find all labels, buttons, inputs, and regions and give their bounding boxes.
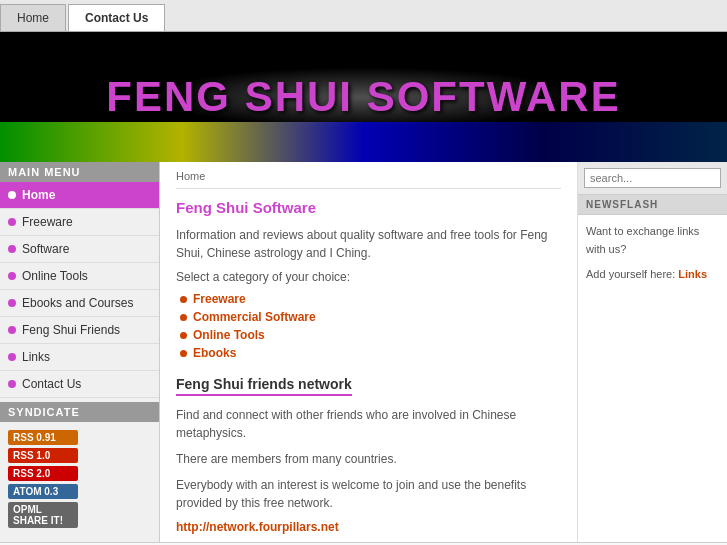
- sidebar-bullet: [8, 326, 16, 334]
- nav-tab-contact[interactable]: Contact Us: [68, 4, 165, 31]
- sidebar-item-freeware[interactable]: Freeware: [0, 209, 159, 236]
- sidebar-item-software[interactable]: Software: [0, 236, 159, 263]
- cat-link-commercial[interactable]: Commercial Software: [193, 310, 316, 324]
- list-item: Freeware: [180, 290, 561, 308]
- right-sidebar: NEWSFLASH Want to exchange links with us…: [577, 162, 727, 542]
- badge-opml[interactable]: OPML SHARE IT!: [8, 502, 78, 528]
- sidebar-bullet: [8, 218, 16, 226]
- banner-colors: [0, 122, 727, 162]
- badge-atom[interactable]: ATOM 0.3: [8, 484, 78, 499]
- page-description: Information and reviews about quality so…: [176, 226, 561, 262]
- list-item: Ebooks: [180, 344, 561, 362]
- network-link[interactable]: http://network.fourpillars.net: [176, 520, 339, 534]
- friends-description-2: There are members from many countries.: [176, 450, 561, 468]
- sidebar-bullet: [8, 299, 16, 307]
- sidebar-item-online-tools[interactable]: Online Tools: [0, 263, 159, 290]
- syndicate-title: SYNDICATE: [0, 402, 159, 422]
- sidebar-item-ebooks[interactable]: Ebooks and Courses: [0, 290, 159, 317]
- cat-bullet: [180, 296, 187, 303]
- nav-bar: Home Contact Us: [0, 0, 727, 32]
- sidebar-item-home[interactable]: Home: [0, 182, 159, 209]
- friends-description-1: Find and connect with other friends who …: [176, 406, 561, 442]
- newsflash-content: Want to exchange links with us? Add your…: [578, 215, 727, 292]
- sidebar-item-contact[interactable]: Contact Us: [0, 371, 159, 398]
- cat-bullet: [180, 332, 187, 339]
- cat-link-online-tools[interactable]: Online Tools: [193, 328, 265, 342]
- sidebar-menu-title: MAIN MENU: [0, 162, 159, 182]
- cat-bullet: [180, 314, 187, 321]
- sidebar-bullet: [8, 191, 16, 199]
- category-label: Select a category of your choice:: [176, 270, 561, 284]
- sidebar-bullet: [8, 353, 16, 361]
- cat-link-freeware[interactable]: Freeware: [193, 292, 246, 306]
- main-content: Home Feng Shui Software Information and …: [160, 162, 577, 542]
- search-bar: [578, 162, 727, 195]
- friends-description-3: Everybody with an interest is welcome to…: [176, 476, 561, 512]
- badge-rss091[interactable]: RSS 0.91: [8, 430, 78, 445]
- sidebar-item-links[interactable]: Links: [0, 344, 159, 371]
- search-input[interactable]: [584, 168, 721, 188]
- cat-bullet: [180, 350, 187, 357]
- sidebar: MAIN MENU Home Freeware Software Online …: [0, 162, 160, 542]
- header-banner: FENG SHUI SOFTWARE: [0, 32, 727, 162]
- badge-rss10[interactable]: RSS 1.0: [8, 448, 78, 463]
- friends-section-title: Feng Shui friends network: [176, 376, 352, 396]
- sidebar-item-feng-shui-friends[interactable]: Feng Shui Friends: [0, 317, 159, 344]
- syndicate-badges: RSS 0.91 RSS 1.0 RSS 2.0 ATOM 0.3 OPML S…: [0, 422, 159, 536]
- banner-title: FENG SHUI SOFTWARE: [106, 73, 620, 121]
- breadcrumb: Home: [176, 170, 561, 189]
- newsflash-text-2: Add yourself here: Links: [586, 266, 719, 284]
- newsflash-links-link[interactable]: Links: [678, 268, 707, 280]
- sidebar-bullet: [8, 272, 16, 280]
- page-title: Feng Shui Software: [176, 199, 561, 216]
- badge-rss20[interactable]: RSS 2.0: [8, 466, 78, 481]
- newsflash-text-1: Want to exchange links with us?: [586, 223, 719, 258]
- content-area: Home Feng Shui Software Information and …: [160, 162, 727, 542]
- newsflash-title: NEWSFLASH: [578, 195, 727, 215]
- list-item: Commercial Software: [180, 308, 561, 326]
- sidebar-bullet: [8, 245, 16, 253]
- list-item: Online Tools: [180, 326, 561, 344]
- nav-tab-home[interactable]: Home: [0, 4, 66, 31]
- cat-link-ebooks[interactable]: Ebooks: [193, 346, 236, 360]
- sidebar-bullet: [8, 380, 16, 388]
- category-list: Freeware Commercial Software Online Tool…: [176, 290, 561, 362]
